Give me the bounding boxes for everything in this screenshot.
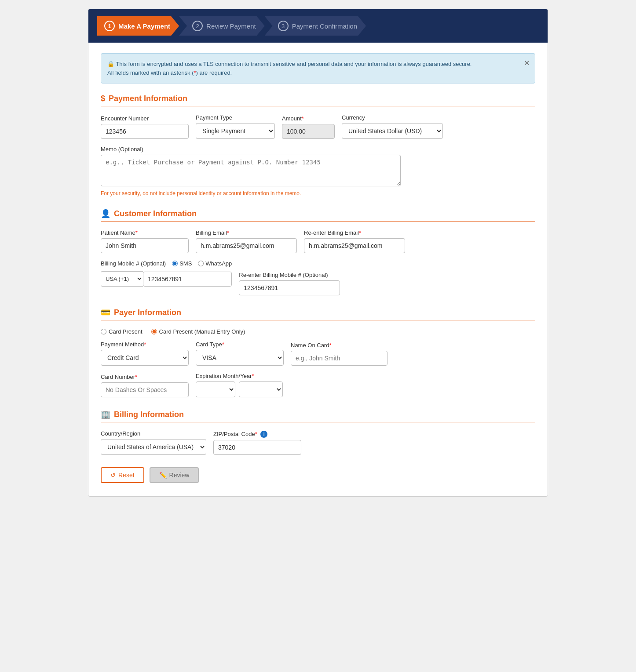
country-region-group: Country/Region United States of America … [101,430,206,455]
amount-group: Amount* [282,115,335,139]
step-2-label: Review Payment [206,22,256,30]
encounter-number-label: Encounter Number [101,115,189,122]
reenter-phone-input[interactable] [239,280,340,295]
building-icon: 🏢 [101,410,110,419]
reset-button[interactable]: ↺ Reset [101,467,144,483]
reenter-billing-email-input[interactable] [304,238,405,253]
security-notice-text1: This form is encrypted and uses a TLS co… [116,61,472,67]
card-present-manual-label: Card Present (Manual Entry Only) [159,328,245,335]
zip-postal-input[interactable] [213,440,301,455]
payment-type-select[interactable]: Single Payment Partial Payment Full Paym… [196,123,275,139]
payer-row-1: Payment Method* Credit Card ACH/eCheck D… [101,341,535,366]
review-button[interactable]: ✏️ Review [150,467,199,483]
billing-information-heading: 🏢 Billing Information [101,410,535,422]
zip-postal-group: ZIP/Postal Code* i [213,431,301,455]
step-3-label: Payment Confirmation [292,22,357,30]
customer-information-section: 👤 Customer Information Patient Name* Bil… [101,209,535,295]
name-on-card-input[interactable] [291,351,387,366]
card-present-radio-group: Card Present Card Present (Manual Entry … [101,328,535,335]
amount-input[interactable] [282,124,335,139]
payment-type-group: Payment Type Single Payment Partial Paym… [196,114,275,139]
card-present-manual-radio[interactable] [151,329,157,334]
zip-info-icon[interactable]: i [260,431,267,438]
phone-input-row: USA (+1) CAN (+1) GBR (+44) [101,271,232,287]
card-number-input[interactable] [101,382,189,397]
stepper-bar: 1 Make A Payment 2 Review Payment 3 Paym… [88,9,548,43]
security-notice-text2: All fields marked with an asterisk (*) a… [107,69,232,76]
reenter-billing-email-label: Re-enter Billing Email* [304,229,405,236]
payment-method-select[interactable]: Credit Card ACH/eCheck Debit Card [101,350,189,366]
patient-name-group: Patient Name* [101,229,189,253]
currency-label: Currency [342,114,443,121]
expiration-year-select[interactable]: 202420252026 202720282029 2030 [239,381,283,397]
card-number-label: Card Number* [101,374,189,380]
card-present-radio-item[interactable]: Card Present [101,328,143,335]
card-type-group: Card Type* VISA Mastercard American Expr… [196,341,284,366]
country-code-select[interactable]: USA (+1) CAN (+1) GBR (+44) [101,271,143,287]
billing-mobile-group: Billing Mobile # (Optional) SMS WhatsApp [101,260,232,287]
reenter-mobile-label: Re-enter Billing Mobile # (Optional) [239,272,340,278]
sms-radio-item[interactable]: SMS [172,260,192,267]
name-on-card-label: Name On Card* [291,342,387,349]
billing-row-1: Country/Region United States of America … [101,430,535,455]
memo-label: Memo (Optional) [101,146,535,153]
step-1-number: 1 [104,21,115,31]
billing-email-label: Billing Email* [196,229,297,236]
dollar-icon: $ [101,94,105,103]
card-type-label: Card Type* [196,341,284,348]
step-3-number: 3 [278,21,289,31]
expiration-month-select[interactable]: 010203 040506 070809 101112 [196,381,235,397]
reset-icon: ↺ [110,472,116,479]
payment-method-group: Payment Method* Credit Card ACH/eCheck D… [101,341,189,366]
memo-security-note: For your security, do not include person… [101,190,535,196]
security-notice: 🔒 This form is encrypted and uses a TLS … [101,53,535,84]
step-2[interactable]: 2 Review Payment [179,16,265,36]
patient-name-input[interactable] [101,238,189,253]
zip-postal-label: ZIP/Postal Code* i [213,431,301,438]
encounter-number-input[interactable] [101,124,189,139]
whatsapp-label: WhatsApp [205,260,232,267]
memo-input[interactable] [101,155,401,186]
close-icon[interactable]: ✕ [524,58,530,69]
payment-row-1: Encounter Number Payment Type Single Pay… [101,114,535,139]
card-present-label: Card Present [109,328,143,335]
whatsapp-radio[interactable] [198,261,204,266]
phone-number-input[interactable] [143,272,232,287]
name-on-card-group: Name On Card* [291,342,387,366]
billing-email-input[interactable] [196,238,297,253]
step-1-label: Make A Payment [118,22,170,30]
currency-select[interactable]: United States Dollar (USD) Euro (EUR) Br… [342,123,443,139]
expiration-group: Expiration Month/Year* 010203 040506 070… [196,373,283,397]
expiration-label: Expiration Month/Year* [196,373,283,379]
customer-information-heading: 👤 Customer Information [101,209,535,222]
billing-information-section: 🏢 Billing Information Country/Region Uni… [101,410,535,455]
payment-information-heading: $ Payment Information [101,94,535,106]
lock-icon: 🔒 [107,61,114,67]
payer-row-2: Card Number* Expiration Month/Year* 0102… [101,373,535,397]
customer-row-2: Billing Mobile # (Optional) SMS WhatsApp [101,260,535,295]
sms-label: SMS [179,260,192,267]
pencil-icon: ✏️ [159,472,167,479]
payment-method-label: Payment Method* [101,341,189,348]
sms-radio[interactable] [172,261,178,266]
payment-information-section: $ Payment Information Encounter Number P… [101,94,535,196]
step-1[interactable]: 1 Make A Payment [97,16,179,36]
button-row: ↺ Reset ✏️ Review [101,467,535,483]
card-type-select[interactable]: VISA Mastercard American Express Discove… [196,350,284,366]
whatsapp-radio-item[interactable]: WhatsApp [198,260,232,267]
patient-name-label: Patient Name* [101,229,189,236]
amount-label: Amount* [282,115,335,122]
card-icon: 💳 [101,308,110,317]
country-region-label: Country/Region [101,430,206,437]
reenter-mobile-group: Re-enter Billing Mobile # (Optional) [239,272,340,295]
memo-group: Memo (Optional) For your security, do no… [101,146,535,196]
payer-information-section: 💳 Payer Information Card Present Card Pr… [101,308,535,397]
country-region-select[interactable]: United States of America (USA) Canada Un… [101,439,206,455]
customer-row-1: Patient Name* Billing Email* Re-enter Bi… [101,229,535,253]
step-3[interactable]: 3 Payment Confirmation [265,16,366,36]
step-2-number: 2 [192,21,203,31]
card-present-radio[interactable] [101,329,106,334]
reenter-billing-email-group: Re-enter Billing Email* [304,229,405,253]
card-present-manual-radio-item[interactable]: Card Present (Manual Entry Only) [151,328,245,335]
sms-row: Billing Mobile # (Optional) SMS WhatsApp [101,260,232,267]
